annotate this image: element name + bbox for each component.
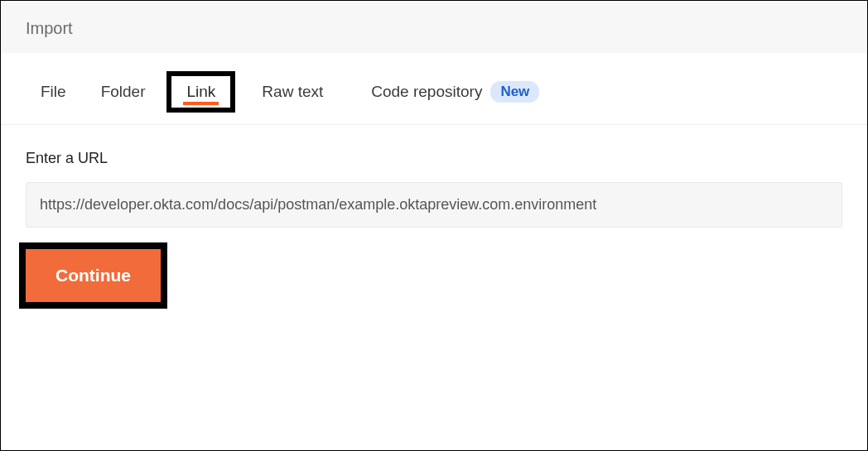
tab-file[interactable]: File: [26, 78, 81, 106]
tab-file-label: File: [41, 83, 66, 100]
tab-folder-label: Folder: [101, 83, 146, 100]
continue-button-highlight: Continue: [19, 242, 167, 309]
tab-code-repository-label: Code repository: [371, 83, 482, 101]
tab-raw-text[interactable]: Raw text: [248, 78, 336, 106]
import-tabs: File Folder Link Raw text Code repositor…: [1, 53, 867, 125]
tab-code-repository[interactable]: Code repository New: [358, 76, 552, 108]
tab-link[interactable]: Link: [166, 71, 235, 113]
dialog-content: File Folder Link Raw text Code repositor…: [1, 53, 867, 309]
continue-button[interactable]: Continue: [26, 249, 161, 302]
url-input[interactable]: [26, 182, 842, 228]
new-badge: New: [490, 81, 539, 103]
url-label: Enter a URL: [26, 150, 842, 167]
tab-link-label: Link: [186, 83, 215, 100]
tab-folder[interactable]: Folder: [89, 78, 157, 106]
tab-active-indicator: [183, 102, 219, 105]
link-form: Enter a URL Continue: [1, 125, 867, 309]
dialog-header: Import: [1, 1, 867, 53]
tab-raw-text-label: Raw text: [262, 83, 323, 100]
dialog-title: Import: [26, 19, 73, 37]
